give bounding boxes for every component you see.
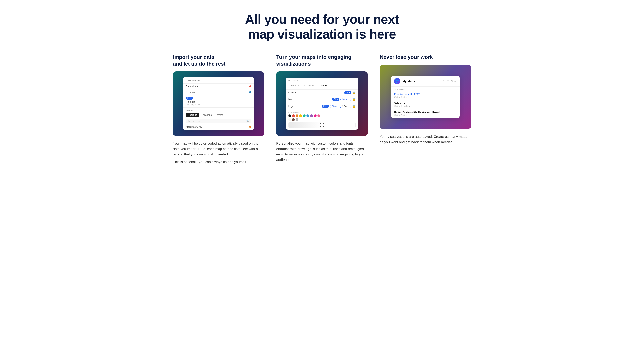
- tab-locations[interactable]: Locations: [199, 113, 214, 117]
- feature-import: Import your data and let us do the rest …: [173, 54, 264, 165]
- republican-row: Republican: [183, 84, 254, 89]
- categories-chevron-icon: ⌄: [249, 79, 251, 82]
- text-icon[interactable]: T: [447, 79, 449, 83]
- map-stroke-pill[interactable]: Stroke ▾: [340, 98, 352, 101]
- objects-label: OBJECTS: [186, 109, 252, 111]
- mymaps-panel: 🌐 My Maps ↖ T □ ✏ MAP TITLE Election res…: [391, 75, 460, 118]
- republican-dot: [249, 85, 251, 87]
- categories-label: CATEGORIES: [186, 79, 200, 81]
- legend-fill-pill[interactable]: Fill ▾: [322, 105, 329, 108]
- feature-1-heading: Import your data and let us do the rest: [173, 54, 264, 67]
- color-dots-row-2: ✕: [288, 118, 356, 121]
- screenshot-categories: CATEGORIES ⌄ Republican Democrat: [173, 71, 264, 136]
- legend-font-pill[interactable]: Font ▾: [342, 104, 352, 108]
- color-dot-purple[interactable]: [310, 114, 313, 117]
- map-layer-row: Map Fill ▾ Stroke ▾ 🔒: [286, 96, 359, 103]
- canvas-controls: Fill ▾ 🔒: [344, 91, 356, 94]
- toolbar-icons: ↖ T □ ✏: [442, 79, 457, 83]
- layers-panel: OBJECTS Regions Locations Layers Canvas …: [286, 78, 359, 130]
- features-grid: Import your data and let us do the rest …: [173, 54, 471, 165]
- alabama-dot: [249, 126, 251, 128]
- categories-header: CATEGORIES ⌄: [183, 77, 254, 84]
- democrat-dot-1: [249, 91, 251, 93]
- map-us-name: United States with Alaska and Hawaii: [394, 111, 457, 114]
- legend-lock-icon: 🔒: [352, 105, 356, 108]
- tab2-locations[interactable]: Locations: [302, 83, 317, 88]
- palette-section: Palette colors: [286, 110, 359, 130]
- fill-pill[interactable]: Fill ▾: [186, 97, 193, 100]
- tabs-row-2: Regions Locations Layers: [288, 83, 356, 88]
- tab2-layers[interactable]: Layers: [317, 83, 330, 88]
- feature-1-description: Your map will be color-coded automatical…: [173, 141, 264, 165]
- category-name-label: Category Name: [186, 103, 200, 106]
- search-icon: 🔍: [246, 120, 249, 122]
- screenshot-mymaps: 🌐 My Maps ↖ T □ ✏ MAP TITLE Election res…: [380, 65, 471, 129]
- rect-icon[interactable]: □: [451, 79, 452, 83]
- objects-header: OBJECTS Regions Locations Layers: [286, 78, 359, 90]
- map-sales-name: Sales UK: [394, 102, 457, 105]
- tab-layers[interactable]: Layers: [214, 113, 225, 117]
- democrat-row-name: Democrat Category Name: [186, 100, 252, 106]
- cursor-icon[interactable]: ↖: [442, 79, 445, 83]
- color-dot-lightpink[interactable]: [317, 114, 320, 117]
- map-election-sub: United States: [394, 96, 457, 98]
- page-title: All you need for your next map visualiza…: [173, 12, 471, 42]
- gradient-circle[interactable]: [320, 123, 324, 127]
- canvas-fill-pill[interactable]: Fill ▾: [344, 91, 352, 94]
- map-controls: Fill ▾ Stroke ▾ 🔒: [332, 98, 356, 101]
- palette-label: Palette colors: [288, 111, 356, 113]
- objects-title: OBJECTS: [288, 80, 356, 82]
- search-placeholder: Type to search: [188, 120, 201, 122]
- republican-label: Republican: [186, 85, 198, 88]
- map-label: Map: [288, 98, 293, 101]
- draw-icon[interactable]: ✏: [454, 79, 457, 83]
- color-dot-white[interactable]: [288, 118, 291, 121]
- democrat-label-1: Democrat: [186, 91, 196, 94]
- feature-3-description: Your visualizations are auto-saved. Crea…: [380, 134, 471, 145]
- feature-2-description: Personalize your map with custom colors …: [276, 141, 368, 163]
- canvas-lock-icon: 🔒: [352, 91, 356, 94]
- ultimaps-logo: 🌐: [394, 78, 400, 84]
- map-item-us-alaska[interactable]: United States with Alaska and Hawaii Uni…: [391, 109, 460, 118]
- tab-regions[interactable]: Regions: [186, 113, 199, 117]
- color-dot-yellow[interactable]: [299, 114, 302, 117]
- color-dot-brown[interactable]: [292, 118, 295, 121]
- legend-stroke-pill[interactable]: Stroke ▾: [330, 104, 341, 108]
- color-dot-pink[interactable]: [314, 114, 316, 117]
- tabs-row-1: Regions Locations Layers: [186, 113, 252, 117]
- map-title-section-label: MAP TITLE: [391, 87, 460, 91]
- page-header: All you need for your next map visualiza…: [173, 8, 471, 42]
- map-lock-icon: 🔒: [352, 98, 356, 101]
- color-dot-none[interactable]: ✕: [296, 118, 298, 121]
- objects-section: OBJECTS Regions Locations Layers Type to…: [183, 107, 254, 130]
- mymaps-title: My Maps: [402, 79, 440, 83]
- screenshot-layers: OBJECTS Regions Locations Layers Canvas …: [276, 71, 368, 136]
- canvas-label: Canvas: [288, 91, 296, 94]
- democrat-label-2: Democrat: [186, 100, 200, 103]
- tab2-regions[interactable]: Regions: [288, 83, 302, 88]
- color-dots-row: [288, 114, 356, 117]
- democrat-row-2: Fill ▾ Democrat Category Name: [183, 95, 254, 107]
- feature-save: Never lose your work 🌐 My Maps ↖ T □ ✏: [380, 54, 471, 145]
- feature-2-heading: Turn your maps into engaging visualizati…: [276, 54, 368, 67]
- color-dot-red[interactable]: [292, 114, 295, 117]
- map-us-sub: United States: [394, 114, 457, 116]
- legend-layer-row: Legend Fill ▾ Stroke ▾ Font ▾ 🔒: [286, 103, 359, 110]
- color-dot-teal[interactable]: [303, 114, 306, 117]
- search-row: Type to search 🔍: [186, 119, 252, 123]
- location-row-alabama: Alabama US-AL: [186, 125, 252, 129]
- legend-controls: Fill ▾ Stroke ▾ Font ▾ 🔒: [322, 104, 356, 108]
- feature-3-heading: Never lose your work: [380, 54, 471, 61]
- map-item-sales-uk[interactable]: Sales UK United Kingdom: [391, 100, 460, 109]
- feature-visualizations: Turn your maps into engaging visualizati…: [276, 54, 368, 163]
- map-fill-pill[interactable]: Fill ▾: [332, 98, 340, 101]
- democrat-row-2-inner: Fill ▾: [186, 97, 252, 100]
- democrat-row-1: Democrat: [183, 89, 254, 95]
- map-sales-sub: United Kingdom: [394, 105, 457, 107]
- map-item-election[interactable]: Election results 2020 United States: [391, 91, 460, 100]
- color-dot-orange[interactable]: [296, 114, 298, 117]
- gradient-bar: [288, 122, 356, 128]
- color-dot-black[interactable]: [288, 114, 291, 117]
- legend-label: Legend: [288, 105, 296, 107]
- color-dot-blue[interactable]: [306, 114, 309, 117]
